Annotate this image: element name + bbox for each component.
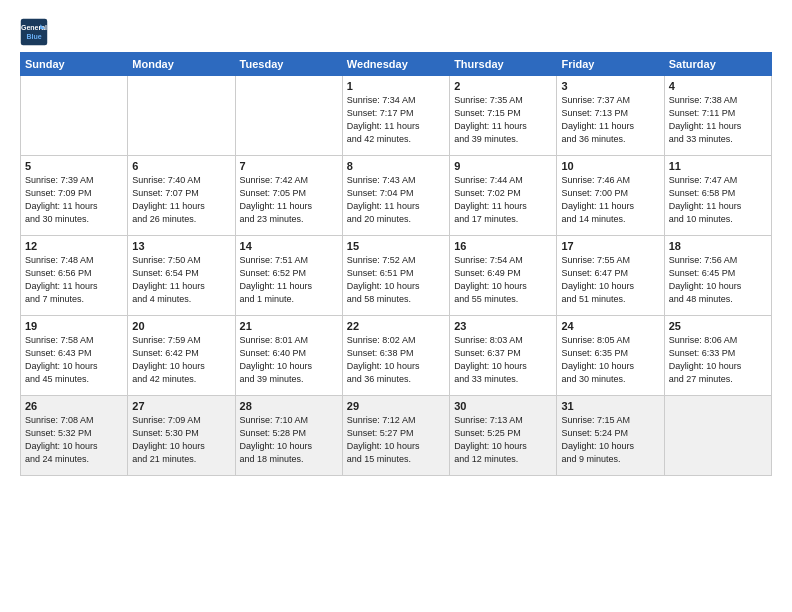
day-number: 26 xyxy=(25,400,123,412)
calendar-cell: 19Sunrise: 7:58 AM Sunset: 6:43 PM Dayli… xyxy=(21,316,128,396)
calendar-cell: 21Sunrise: 8:01 AM Sunset: 6:40 PM Dayli… xyxy=(235,316,342,396)
day-info: Sunrise: 7:54 AM Sunset: 6:49 PM Dayligh… xyxy=(454,254,552,306)
day-info: Sunrise: 7:51 AM Sunset: 6:52 PM Dayligh… xyxy=(240,254,338,306)
weekday-header-wednesday: Wednesday xyxy=(342,53,449,76)
day-number: 13 xyxy=(132,240,230,252)
week-row-3: 12Sunrise: 7:48 AM Sunset: 6:56 PM Dayli… xyxy=(21,236,772,316)
page: General Blue SundayMondayTuesdayWednesda… xyxy=(0,0,792,612)
day-info: Sunrise: 7:10 AM Sunset: 5:28 PM Dayligh… xyxy=(240,414,338,466)
weekday-header-friday: Friday xyxy=(557,53,664,76)
calendar-cell: 20Sunrise: 7:59 AM Sunset: 6:42 PM Dayli… xyxy=(128,316,235,396)
day-number: 18 xyxy=(669,240,767,252)
day-number: 9 xyxy=(454,160,552,172)
calendar-cell: 26Sunrise: 7:08 AM Sunset: 5:32 PM Dayli… xyxy=(21,396,128,476)
calendar-cell: 13Sunrise: 7:50 AM Sunset: 6:54 PM Dayli… xyxy=(128,236,235,316)
day-number: 8 xyxy=(347,160,445,172)
day-info: Sunrise: 7:42 AM Sunset: 7:05 PM Dayligh… xyxy=(240,174,338,226)
calendar-cell: 25Sunrise: 8:06 AM Sunset: 6:33 PM Dayli… xyxy=(664,316,771,396)
day-number: 11 xyxy=(669,160,767,172)
day-number: 7 xyxy=(240,160,338,172)
day-info: Sunrise: 7:44 AM Sunset: 7:02 PM Dayligh… xyxy=(454,174,552,226)
calendar-cell: 11Sunrise: 7:47 AM Sunset: 6:58 PM Dayli… xyxy=(664,156,771,236)
logo-area: General Blue xyxy=(20,18,52,46)
calendar-cell: 28Sunrise: 7:10 AM Sunset: 5:28 PM Dayli… xyxy=(235,396,342,476)
calendar-cell: 17Sunrise: 7:55 AM Sunset: 6:47 PM Dayli… xyxy=(557,236,664,316)
calendar-cell xyxy=(21,76,128,156)
calendar-cell xyxy=(664,396,771,476)
weekday-header-thursday: Thursday xyxy=(450,53,557,76)
day-info: Sunrise: 7:34 AM Sunset: 7:17 PM Dayligh… xyxy=(347,94,445,146)
day-info: Sunrise: 7:50 AM Sunset: 6:54 PM Dayligh… xyxy=(132,254,230,306)
day-info: Sunrise: 7:56 AM Sunset: 6:45 PM Dayligh… xyxy=(669,254,767,306)
calendar-cell: 2Sunrise: 7:35 AM Sunset: 7:15 PM Daylig… xyxy=(450,76,557,156)
day-number: 20 xyxy=(132,320,230,332)
day-info: Sunrise: 7:12 AM Sunset: 5:27 PM Dayligh… xyxy=(347,414,445,466)
day-info: Sunrise: 8:05 AM Sunset: 6:35 PM Dayligh… xyxy=(561,334,659,386)
day-number: 6 xyxy=(132,160,230,172)
day-number: 14 xyxy=(240,240,338,252)
day-number: 12 xyxy=(25,240,123,252)
day-number: 15 xyxy=(347,240,445,252)
day-info: Sunrise: 7:40 AM Sunset: 7:07 PM Dayligh… xyxy=(132,174,230,226)
day-number: 19 xyxy=(25,320,123,332)
day-info: Sunrise: 7:47 AM Sunset: 6:58 PM Dayligh… xyxy=(669,174,767,226)
logo-icon: General Blue xyxy=(20,18,48,46)
day-info: Sunrise: 7:46 AM Sunset: 7:00 PM Dayligh… xyxy=(561,174,659,226)
calendar-cell: 6Sunrise: 7:40 AM Sunset: 7:07 PM Daylig… xyxy=(128,156,235,236)
day-info: Sunrise: 7:09 AM Sunset: 5:30 PM Dayligh… xyxy=(132,414,230,466)
calendar-cell: 10Sunrise: 7:46 AM Sunset: 7:00 PM Dayli… xyxy=(557,156,664,236)
calendar-cell: 23Sunrise: 8:03 AM Sunset: 6:37 PM Dayli… xyxy=(450,316,557,396)
day-number: 22 xyxy=(347,320,445,332)
day-number: 28 xyxy=(240,400,338,412)
day-info: Sunrise: 7:55 AM Sunset: 6:47 PM Dayligh… xyxy=(561,254,659,306)
day-info: Sunrise: 8:02 AM Sunset: 6:38 PM Dayligh… xyxy=(347,334,445,386)
week-row-4: 19Sunrise: 7:58 AM Sunset: 6:43 PM Dayli… xyxy=(21,316,772,396)
day-number: 3 xyxy=(561,80,659,92)
day-number: 31 xyxy=(561,400,659,412)
day-number: 2 xyxy=(454,80,552,92)
day-number: 29 xyxy=(347,400,445,412)
week-row-2: 5Sunrise: 7:39 AM Sunset: 7:09 PM Daylig… xyxy=(21,156,772,236)
day-info: Sunrise: 7:52 AM Sunset: 6:51 PM Dayligh… xyxy=(347,254,445,306)
svg-text:Blue: Blue xyxy=(26,33,41,40)
calendar-cell: 29Sunrise: 7:12 AM Sunset: 5:27 PM Dayli… xyxy=(342,396,449,476)
day-info: Sunrise: 8:03 AM Sunset: 6:37 PM Dayligh… xyxy=(454,334,552,386)
calendar-cell: 22Sunrise: 8:02 AM Sunset: 6:38 PM Dayli… xyxy=(342,316,449,396)
calendar-cell: 24Sunrise: 8:05 AM Sunset: 6:35 PM Dayli… xyxy=(557,316,664,396)
day-info: Sunrise: 8:06 AM Sunset: 6:33 PM Dayligh… xyxy=(669,334,767,386)
day-info: Sunrise: 8:01 AM Sunset: 6:40 PM Dayligh… xyxy=(240,334,338,386)
calendar-cell: 27Sunrise: 7:09 AM Sunset: 5:30 PM Dayli… xyxy=(128,396,235,476)
week-row-5: 26Sunrise: 7:08 AM Sunset: 5:32 PM Dayli… xyxy=(21,396,772,476)
svg-rect-0 xyxy=(21,19,47,45)
day-number: 1 xyxy=(347,80,445,92)
day-info: Sunrise: 7:58 AM Sunset: 6:43 PM Dayligh… xyxy=(25,334,123,386)
calendar-table: SundayMondayTuesdayWednesdayThursdayFrid… xyxy=(20,52,772,476)
calendar-cell: 8Sunrise: 7:43 AM Sunset: 7:04 PM Daylig… xyxy=(342,156,449,236)
header: General Blue xyxy=(20,18,772,46)
calendar-cell: 7Sunrise: 7:42 AM Sunset: 7:05 PM Daylig… xyxy=(235,156,342,236)
day-number: 17 xyxy=(561,240,659,252)
weekday-header-tuesday: Tuesday xyxy=(235,53,342,76)
calendar-cell: 30Sunrise: 7:13 AM Sunset: 5:25 PM Dayli… xyxy=(450,396,557,476)
calendar-cell: 14Sunrise: 7:51 AM Sunset: 6:52 PM Dayli… xyxy=(235,236,342,316)
weekday-header-sunday: Sunday xyxy=(21,53,128,76)
day-number: 23 xyxy=(454,320,552,332)
day-info: Sunrise: 7:15 AM Sunset: 5:24 PM Dayligh… xyxy=(561,414,659,466)
calendar-cell: 9Sunrise: 7:44 AM Sunset: 7:02 PM Daylig… xyxy=(450,156,557,236)
day-number: 25 xyxy=(669,320,767,332)
calendar-cell: 31Sunrise: 7:15 AM Sunset: 5:24 PM Dayli… xyxy=(557,396,664,476)
calendar-cell: 4Sunrise: 7:38 AM Sunset: 7:11 PM Daylig… xyxy=(664,76,771,156)
day-info: Sunrise: 7:35 AM Sunset: 7:15 PM Dayligh… xyxy=(454,94,552,146)
calendar-cell xyxy=(128,76,235,156)
day-info: Sunrise: 7:38 AM Sunset: 7:11 PM Dayligh… xyxy=(669,94,767,146)
day-info: Sunrise: 7:08 AM Sunset: 5:32 PM Dayligh… xyxy=(25,414,123,466)
day-info: Sunrise: 7:48 AM Sunset: 6:56 PM Dayligh… xyxy=(25,254,123,306)
calendar-cell: 15Sunrise: 7:52 AM Sunset: 6:51 PM Dayli… xyxy=(342,236,449,316)
day-number: 24 xyxy=(561,320,659,332)
day-number: 27 xyxy=(132,400,230,412)
calendar-cell: 1Sunrise: 7:34 AM Sunset: 7:17 PM Daylig… xyxy=(342,76,449,156)
day-number: 30 xyxy=(454,400,552,412)
calendar-cell: 16Sunrise: 7:54 AM Sunset: 6:49 PM Dayli… xyxy=(450,236,557,316)
day-number: 5 xyxy=(25,160,123,172)
week-row-1: 1Sunrise: 7:34 AM Sunset: 7:17 PM Daylig… xyxy=(21,76,772,156)
